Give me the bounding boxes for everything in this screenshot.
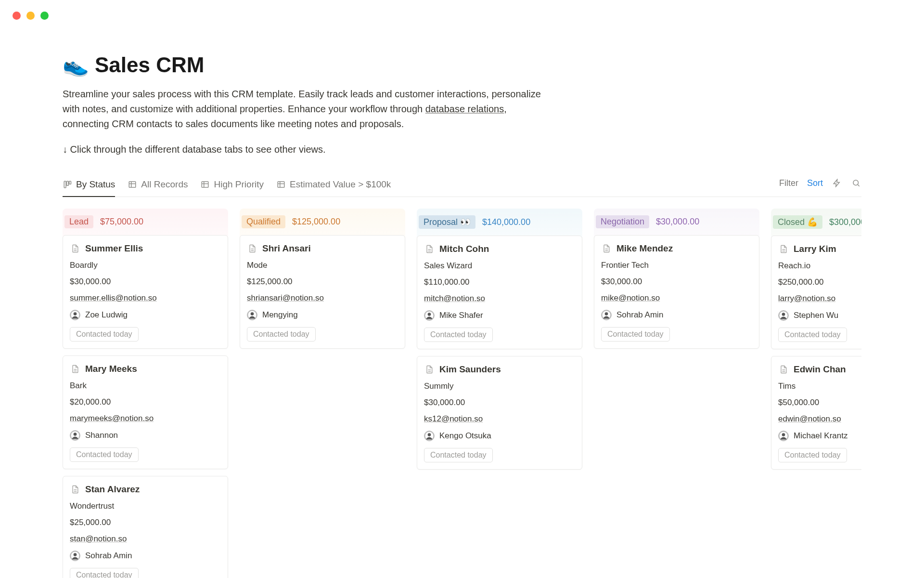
svg-point-49 [782,433,785,436]
contacted-today-button[interactable]: Contacted today [70,447,139,462]
contacted-today-button[interactable]: Contacted today [601,327,670,342]
value-field: $50,000.00 [778,398,861,407]
email-field[interactable]: shriansari@notion.so [247,293,398,303]
column-header: Closed 💪$300,000.00 [771,215,861,229]
page-icon [424,244,435,254]
contacted-today-button[interactable]: Contacted today [70,327,139,342]
board-column-qualified: Qualified$125,000.00Shri AnsariMode$125,… [240,209,405,578]
company-field: Bark [70,381,221,391]
email-field[interactable]: mitch@notion.so [424,294,575,303]
page-icon[interactable]: 👟 [63,54,89,76]
contacted-today-button[interactable]: Contacted today [247,327,316,342]
email-field[interactable]: edwin@notion.so [778,414,861,424]
svg-rect-9 [278,182,284,187]
card-title: Edwin Chan [794,364,846,375]
svg-rect-2 [69,181,71,184]
page-description: Streamline your sales process with this … [63,87,553,131]
avatar [70,430,80,441]
filter-button[interactable]: Filter [779,178,798,188]
contacted-today-button[interactable]: Contacted today [70,568,139,578]
column-total: $75,000.00 [100,217,143,227]
page-icon [70,243,80,254]
avatar [70,551,80,561]
contacted-today-button[interactable]: Contacted today [778,448,847,462]
svg-line-13 [858,184,859,186]
owner-name: Sohrab Amin [616,310,663,320]
owner-name: Mike Shafer [439,311,483,320]
record-card[interactable]: Kim SaundersSummly$30,000.00ks12@notion.… [417,356,582,470]
record-card[interactable]: Stan AlvarezWondertrust$25,000.00stan@no… [63,476,228,578]
table-icon [128,180,137,189]
company-field: Sales Wizard [424,261,575,271]
page-icon [70,364,80,374]
email-field[interactable]: ks12@notion.so [424,414,575,424]
owner-field: Zoe Ludwig [70,310,221,320]
owner-field: Kengo Otsuka [424,431,575,441]
status-chip[interactable]: Qualified [242,215,285,228]
board-column-proposal: Proposal 👀$140,000.00Mitch CohnSales Wiz… [417,209,582,578]
avatar [424,310,435,321]
record-card[interactable]: Mitch CohnSales Wizard$110,000.00mitch@n… [417,236,582,349]
fullscreen-window-button[interactable] [40,12,49,20]
card-title: Shri Ansari [262,243,311,254]
record-card[interactable]: Edwin ChanTims$50,000.00edwin@notion.soM… [771,356,861,470]
owner-name: Michael Krantz [794,431,847,441]
owner-name: Stephen Wu [794,311,838,320]
column-total: $30,000.00 [656,217,699,227]
hint-text: ↓ Click through the different database t… [63,144,861,155]
page-icon [70,484,80,495]
owner-name: Shannon [85,431,118,440]
page-title[interactable]: Sales CRM [95,53,204,77]
database-tabs-row: By StatusAll RecordsHigh PriorityEstimat… [63,174,861,197]
email-field[interactable]: larry@notion.so [778,294,861,303]
company-field: Wondertrust [70,501,221,511]
status-chip[interactable]: Proposal 👀 [419,215,475,229]
tab-label: High Priority [214,179,263,190]
company-field: Boardly [70,261,221,270]
record-card[interactable]: Mike MendezFrontier Tech$30,000.00mike@n… [594,235,759,349]
tab-by-status[interactable]: By Status [63,174,115,197]
tab-all-records[interactable]: All Records [128,174,188,197]
window-traffic-lights [13,12,49,20]
value-field: $30,000.00 [70,277,221,287]
tab-label: Estimated Value > $100k [290,179,391,190]
status-chip[interactable]: Negotiation [596,215,649,228]
record-card[interactable]: Larry KimReach.io$250,000.00larry@notion… [771,236,861,349]
automations-icon[interactable] [832,178,842,188]
table-icon [200,180,210,189]
svg-rect-3 [129,182,136,187]
status-chip[interactable]: Lead [64,215,93,228]
contacted-today-button[interactable]: Contacted today [424,328,493,342]
value-field: $250,000.00 [778,277,861,287]
svg-point-33 [428,313,431,316]
email-field[interactable]: marymeeks@notion.so [70,414,221,423]
contacted-today-button[interactable]: Contacted today [424,448,493,462]
card-title: Mike Mendez [616,243,673,254]
avatar [778,310,789,321]
search-icon[interactable] [851,178,861,188]
email-field[interactable]: summer.ellis@notion.so [70,293,221,303]
avatar [424,431,435,441]
owner-field: Mike Shafer [424,310,575,321]
record-card[interactable]: Mary MeeksBark$20,000.00marymeeks@notion… [63,355,228,469]
column-header: Lead$75,000.00 [63,215,228,228]
sort-button[interactable]: Sort [807,178,823,188]
page-icon [778,244,789,254]
email-field[interactable]: mike@notion.so [601,293,752,303]
minimize-window-button[interactable] [26,12,35,20]
page-icon [601,243,612,254]
column-total: $300,000.00 [829,217,861,227]
contacted-today-button[interactable]: Contacted today [778,328,847,342]
email-field[interactable]: stan@notion.so [70,534,221,544]
status-chip[interactable]: Closed 💪 [773,215,822,229]
database-relations-link[interactable]: database relations [425,104,504,114]
svg-point-45 [782,313,785,316]
tab-high-priority[interactable]: High Priority [200,174,263,197]
record-card[interactable]: Summer EllisBoardly$30,000.00summer.elli… [63,235,228,349]
close-window-button[interactable] [13,12,21,20]
tab-estimated-value-100k[interactable]: Estimated Value > $100k [276,174,391,197]
record-card[interactable]: Shri AnsariMode$125,000.00shriansari@not… [240,235,405,349]
card-title: Kim Saunders [439,364,501,375]
card-title: Stan Alvarez [85,484,140,495]
owner-name: Kengo Otsuka [439,431,491,441]
